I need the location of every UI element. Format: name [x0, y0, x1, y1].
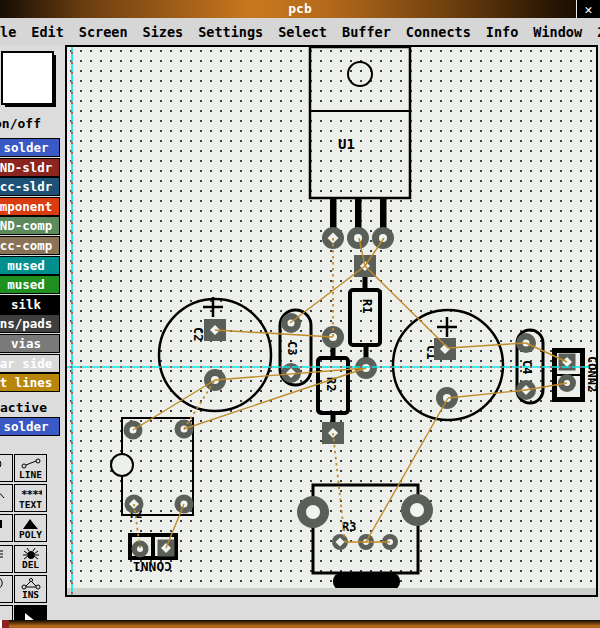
layer-button-solder[interactable]: solder [0, 138, 60, 157]
tool-button-line[interactable]: LINE [14, 454, 47, 482]
label-conn2: CONN2 [585, 356, 596, 392]
label-r3: R3 [342, 520, 356, 534]
label-c3: C3 [285, 341, 299, 355]
menu-connects[interactable]: Connects [406, 24, 471, 40]
round-pad[interactable] [372, 227, 394, 249]
layer-button-cc-comp[interactable]: cc-comp [0, 236, 60, 255]
tool-button-label: DEL [22, 560, 39, 570]
menu-sizes[interactable]: Sizes [143, 24, 184, 40]
layer-button-silk[interactable]: silk [0, 295, 60, 314]
canvas-bottom-strip[interactable] [67, 588, 596, 595]
layer-button-cc-sldr[interactable]: cc-sldr [0, 177, 60, 196]
layer-button-mused[interactable]: mused [0, 275, 60, 294]
layer-button-mused[interactable]: mused [0, 256, 60, 275]
menu-window[interactable]: Window [533, 24, 582, 40]
line-icon [20, 457, 42, 470]
tool-button-label: LINE [19, 470, 42, 480]
menu-settings[interactable]: Settings [198, 24, 263, 40]
layer-button-ns-pads[interactable]: ns/pads [0, 314, 60, 333]
tool-button-f[interactable]: F [0, 545, 13, 573]
pcb-canvas[interactable]: U1 R1 R2 R3 C1 C2 C3 C4 T2 CONN1 CONN2 [65, 45, 598, 597]
tool-button-poly[interactable]: POLY [14, 514, 47, 542]
tool-button-text[interactable]: *****TEXT [14, 484, 47, 512]
via-icon [0, 457, 8, 470]
layer-preview-box[interactable] [1, 51, 54, 105]
tool-button-label: INS [22, 590, 39, 600]
active-layer-button[interactable]: solder [0, 417, 60, 436]
rect-icon [0, 517, 8, 530]
window-titlebar[interactable]: pcb [0, 0, 600, 18]
tool-button-t[interactable]: T [0, 575, 13, 603]
tool-button-t[interactable]: T [0, 514, 13, 542]
rat-line[interactable] [365, 266, 448, 348]
layer-button-mponent[interactable]: mponent [0, 197, 60, 216]
tool-button-a[interactable]: A [0, 454, 13, 482]
tool-button-label: TEXT [19, 500, 42, 510]
pcb-application-window: pcb ✕ le Edit Screen Sizes Settings Sele… [0, 0, 600, 628]
layer-button-vias[interactable]: vias [0, 334, 60, 353]
component-c2[interactable] [159, 297, 271, 411]
rat-line[interactable] [448, 390, 526, 398]
poly-icon [20, 517, 42, 530]
active-label: active [0, 400, 47, 415]
menu-info[interactable]: Info [486, 24, 519, 40]
round-pad[interactable] [132, 541, 149, 558]
close-icon[interactable]: ✕ [576, 0, 600, 18]
side-panel: on/off solderND-sldrcc-sldrmponentND-com… [0, 45, 65, 628]
label-r1: R1 [360, 299, 374, 313]
layer-button-nd-comp[interactable]: ND-comp [0, 216, 60, 235]
pcb-drawing: U1 R1 R2 R3 C1 C2 C3 C4 T2 CONN1 CONN2 [67, 47, 596, 595]
arc-icon [0, 487, 8, 500]
square-pad[interactable] [434, 338, 456, 360]
layer-button-ar-side[interactable]: ar side [0, 354, 60, 373]
component-u1[interactable] [310, 47, 410, 230]
round-pad[interactable] [401, 494, 433, 526]
menu-edit[interactable]: Edit [31, 24, 64, 40]
lower-window-titlebar[interactable] [0, 620, 600, 628]
round-pad[interactable] [297, 496, 329, 528]
label-c2: C2 [191, 327, 205, 341]
label-u1: U1 [338, 136, 355, 152]
menu-file[interactable]: le [0, 24, 16, 40]
buf-icon [0, 547, 8, 560]
lower-window-corner [0, 620, 9, 628]
menu-bar: le Edit Screen Sizes Settings Select Buf… [0, 18, 600, 45]
rat-line[interactable] [448, 343, 526, 348]
component-r1[interactable] [350, 267, 380, 368]
tool-button-c[interactable]: C [0, 484, 13, 512]
rat-line[interactable] [290, 266, 365, 323]
rot-icon [0, 577, 8, 590]
refdes-labels: U1 R1 R2 R3 C1 C2 C3 C4 T2 CONN1 CONN2 [128, 136, 596, 574]
menu-select[interactable]: Select [278, 24, 327, 40]
tool-button-ins[interactable]: INS [14, 575, 47, 603]
label-conn1: CONN1 [133, 559, 172, 574]
menu-screen[interactable]: Screen [79, 24, 128, 40]
layer-button-nd-sldr[interactable]: ND-sldr [0, 158, 60, 177]
round-pad[interactable] [347, 227, 369, 249]
tool-button-del[interactable]: DEL [14, 545, 47, 573]
svg-text:*****: ***** [21, 488, 42, 500]
window-title: pcb [288, 0, 311, 18]
layer-button-t-lines[interactable]: t lines [0, 373, 60, 392]
tool-button-label: POLY [19, 530, 42, 540]
text-icon: ***** [20, 487, 42, 500]
menu-buffer[interactable]: Buffer [342, 24, 391, 40]
rat-line[interactable] [215, 330, 333, 337]
onoff-label: on/off [0, 116, 50, 131]
